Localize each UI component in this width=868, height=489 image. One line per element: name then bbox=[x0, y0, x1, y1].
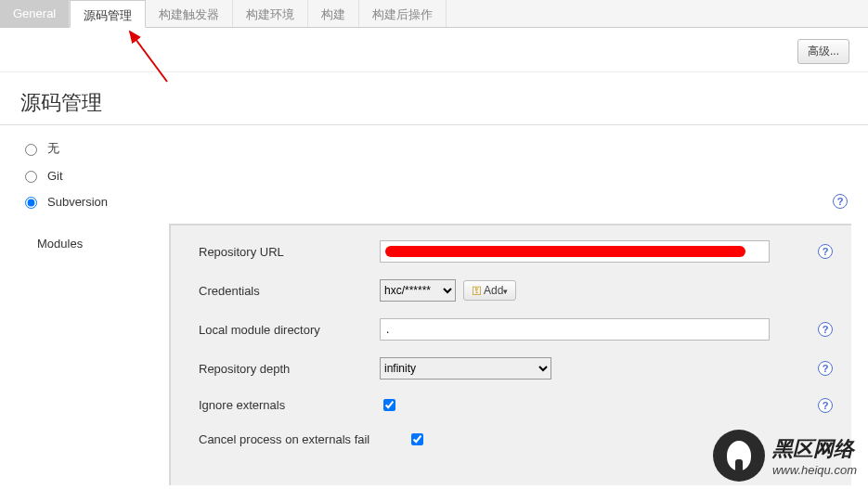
tab-general[interactable]: General bbox=[0, 0, 70, 27]
module-config-panel: Repository URL ? Credentials hxc/****** … bbox=[169, 224, 851, 485]
redaction-bar bbox=[385, 246, 745, 257]
help-icon[interactable]: ? bbox=[818, 361, 833, 376]
subversion-config: Modules Repository URL ? Credentials hxc… bbox=[20, 224, 868, 485]
help-icon[interactable]: ? bbox=[818, 244, 833, 259]
advanced-button[interactable]: 高级... bbox=[797, 39, 849, 64]
add-credentials-button[interactable]: ⚿Add▾ bbox=[463, 280, 516, 301]
tab-build[interactable]: 构建 bbox=[308, 0, 359, 27]
cancel-externals-checkbox[interactable] bbox=[411, 433, 423, 445]
cancel-externals-label: Cancel process on externals fail bbox=[199, 432, 408, 446]
ignore-externals-label: Ignore externals bbox=[199, 398, 380, 412]
radio-none-label: 无 bbox=[47, 140, 59, 157]
help-icon[interactable]: ? bbox=[818, 322, 833, 337]
help-icon[interactable]: ? bbox=[818, 398, 833, 413]
radio-none[interactable] bbox=[25, 144, 37, 156]
repo-url-label: Repository URL bbox=[199, 245, 380, 259]
divider bbox=[0, 124, 868, 125]
depth-select[interactable]: infinity bbox=[380, 357, 551, 380]
radio-subversion[interactable] bbox=[25, 197, 37, 209]
config-tabs: General 源码管理 构建触发器 构建环境 构建 构建后操作 bbox=[0, 0, 868, 28]
tab-build-triggers[interactable]: 构建触发器 bbox=[146, 0, 233, 27]
local-dir-input[interactable] bbox=[380, 318, 770, 341]
radio-git[interactable] bbox=[25, 171, 37, 183]
ignore-externals-checkbox[interactable] bbox=[383, 399, 395, 411]
top-toolbar: 高级... bbox=[0, 28, 868, 72]
scm-radio-group: 无 Git Subversion ? bbox=[20, 135, 868, 214]
radio-subversion-label: Subversion bbox=[47, 195, 108, 209]
help-icon[interactable]: ? bbox=[833, 194, 848, 209]
credentials-select[interactable]: hxc/****** bbox=[380, 279, 456, 302]
radio-git-label: Git bbox=[47, 169, 63, 183]
credentials-label: Credentials bbox=[199, 284, 380, 298]
key-icon: ⚿ bbox=[472, 285, 482, 296]
tab-build-env[interactable]: 构建环境 bbox=[233, 0, 308, 27]
tab-post-build[interactable]: 构建后操作 bbox=[359, 0, 447, 27]
tab-scm[interactable]: 源码管理 bbox=[70, 0, 146, 28]
depth-label: Repository depth bbox=[199, 362, 380, 376]
modules-label: Modules bbox=[20, 224, 169, 251]
local-dir-label: Local module directory bbox=[199, 323, 380, 337]
section-title: 源码管理 bbox=[20, 89, 868, 117]
